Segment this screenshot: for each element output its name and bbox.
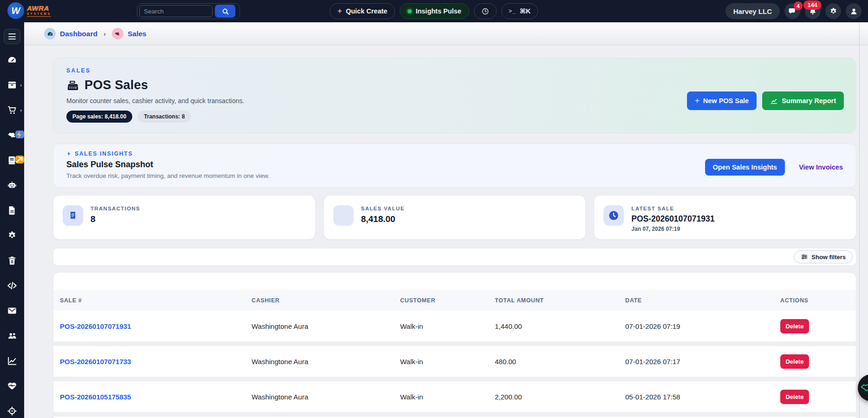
shortcut-label: ⌘K bbox=[519, 7, 531, 15]
sidebar-item-ledger[interactable] bbox=[6, 155, 18, 166]
logo-sub: SYSTEMS bbox=[27, 13, 51, 17]
sidebar-item-dashboard[interactable] bbox=[6, 54, 18, 65]
page-sales-badge: Page sales: 8,418.00 bbox=[66, 111, 132, 123]
view-invoices-link[interactable]: View Invoices bbox=[799, 163, 843, 171]
total-cell: 1,440.00 bbox=[495, 322, 625, 330]
command-palette-button[interactable]: >_ ⌘K bbox=[501, 3, 538, 19]
open-sales-insights-button[interactable]: Open Sales Insights bbox=[705, 159, 785, 176]
delete-button[interactable]: Delete bbox=[780, 319, 809, 333]
sidebar-item-settings[interactable] bbox=[6, 230, 18, 241]
search-input[interactable] bbox=[139, 5, 213, 17]
sale-number-link[interactable]: POS-20260105175835 bbox=[60, 393, 252, 401]
insights-eyebrow: SALES INSIGHTS bbox=[75, 150, 133, 157]
logo-brand: AWRA bbox=[27, 5, 51, 12]
filter-bar: Show filters bbox=[53, 248, 856, 266]
chevron-right-icon: › bbox=[20, 82, 22, 88]
chart-line-icon bbox=[770, 97, 778, 105]
insights-pulse-label: Insights Pulse bbox=[415, 7, 461, 15]
stat-sub: Jan 07, 2026 07:19 bbox=[631, 226, 714, 232]
stat-value: 8 bbox=[91, 214, 140, 224]
sidebar-item-sales[interactable] bbox=[6, 130, 18, 141]
col-customer: CUSTOMER bbox=[400, 297, 495, 304]
insights-pulse-button[interactable]: Insights Pulse bbox=[400, 3, 469, 19]
show-filters-button[interactable]: Show filters bbox=[794, 250, 853, 263]
topbar-actions: + Quick Create Insights Pulse >_ ⌘K bbox=[330, 3, 538, 19]
breadcrumb-dashboard-label: Dashboard bbox=[60, 30, 97, 38]
pos-sales-hero: SALES POS Sales Monitor counter sales, c… bbox=[53, 58, 856, 133]
breadcrumb-dashboard[interactable]: Dashboard bbox=[44, 28, 97, 39]
chat-button[interactable]: 4 bbox=[784, 3, 800, 19]
date-cell: 07-01-2026 07:19 bbox=[625, 322, 780, 330]
table-row: POS-20260105175835 Washingtone Aura Walk… bbox=[53, 381, 856, 412]
delete-button[interactable]: Delete bbox=[780, 354, 809, 369]
notifications-button[interactable]: 144 bbox=[805, 3, 821, 19]
col-sale-no: SALE # bbox=[60, 297, 252, 304]
sidebar-item-tracking[interactable] bbox=[6, 405, 18, 417]
logo-mark-icon: W bbox=[7, 2, 24, 19]
summary-report-button[interactable]: Summary Report bbox=[762, 91, 844, 110]
sale-number-link[interactable]: POS-20260107071931 bbox=[60, 322, 252, 330]
sidebar-item-products[interactable]: › bbox=[6, 79, 18, 91]
delete-button[interactable]: Delete bbox=[780, 390, 809, 404]
trend-badge-icon bbox=[15, 156, 24, 163]
cashier-cell: Washingtone Aura bbox=[252, 393, 400, 401]
users-icon bbox=[7, 331, 17, 341]
code-icon bbox=[7, 281, 17, 291]
sliders-icon bbox=[801, 253, 808, 261]
notifications-badge: 144 bbox=[803, 0, 822, 10]
quick-create-label: Quick Create bbox=[346, 7, 387, 15]
top-bar: W AWRA SYSTEMS + Quick Create Insights P… bbox=[0, 0, 868, 22]
chat-badge: 4 bbox=[794, 1, 803, 10]
sidebar-item-pos[interactable]: › bbox=[6, 104, 18, 116]
stat-value: POS-20260107071931 bbox=[631, 214, 714, 224]
settings-button[interactable] bbox=[825, 3, 841, 19]
stat-value: 8,418.00 bbox=[361, 214, 405, 224]
quick-create-button[interactable]: + Quick Create bbox=[330, 3, 395, 19]
heart-pulse-icon bbox=[7, 381, 17, 391]
col-total-amount: TOTAL AMOUNT bbox=[495, 297, 625, 304]
sales-insights-panel: SALES INSIGHTS Sales Pulse Snapshot Trac… bbox=[53, 144, 856, 188]
search-container bbox=[137, 3, 240, 19]
total-cell: 480.00 bbox=[495, 358, 625, 366]
clock-icon bbox=[603, 205, 624, 226]
table-row: POS-20260107071931 Washingtone Aura Walk… bbox=[53, 311, 856, 341]
sales-value-icon bbox=[333, 205, 354, 226]
stat-label: SALES VALUE bbox=[361, 206, 405, 211]
handshake-icon bbox=[112, 28, 123, 39]
sidebar-item-documents[interactable] bbox=[6, 205, 18, 216]
row-divider bbox=[53, 341, 856, 346]
new-pos-sale-button[interactable]: + New POS Sale bbox=[687, 91, 757, 110]
sidebar-item-assistant[interactable] bbox=[6, 180, 18, 191]
sidebar-item-health[interactable] bbox=[6, 380, 18, 392]
customer-cell: Walk-in bbox=[400, 393, 495, 401]
app-logo[interactable]: W AWRA SYSTEMS bbox=[7, 2, 51, 19]
user-avatar-icon bbox=[849, 7, 858, 16]
company-selector[interactable]: Harvey LLC bbox=[725, 3, 780, 19]
total-cell: 2,200.00 bbox=[495, 393, 625, 401]
col-actions: ACTIONS bbox=[780, 297, 856, 304]
pulse-dot-icon bbox=[408, 9, 412, 13]
sidebar-item-mail[interactable] bbox=[6, 305, 18, 316]
profile-button[interactable] bbox=[846, 3, 862, 19]
sale-number-link[interactable]: POS-20260107071733 bbox=[60, 358, 252, 366]
robot-icon bbox=[7, 180, 17, 190]
sidebar-item-users[interactable] bbox=[6, 330, 18, 341]
sidebar-item-reports[interactable] bbox=[6, 355, 18, 366]
receipt-icon bbox=[63, 205, 83, 226]
col-cashier: CASHIER bbox=[252, 297, 400, 304]
history-button[interactable] bbox=[474, 3, 497, 19]
search-button[interactable] bbox=[215, 5, 235, 18]
cashier-cell: Washingtone Aura bbox=[252, 322, 400, 330]
main-content: SALES POS Sales Monitor counter sales, c… bbox=[24, 46, 868, 418]
sidebar-toggle-button[interactable] bbox=[4, 29, 20, 44]
table-row: POS-20260107071733 Washingtone Aura Walk… bbox=[53, 346, 856, 377]
cashier-cell: Washingtone Aura bbox=[252, 358, 400, 366]
clock-icon bbox=[481, 7, 489, 15]
stat-card-sales-value: SALES VALUE 8,418.00 bbox=[324, 195, 586, 240]
scrollbar-track[interactable] bbox=[859, 22, 860, 418]
stat-card-latest-sale: LATEST SALE POS-20260107071931 Jan 07, 2… bbox=[594, 195, 856, 240]
sidebar-item-developer[interactable] bbox=[6, 280, 18, 291]
page-title: POS Sales bbox=[84, 78, 148, 92]
sidebar-item-trash[interactable] bbox=[6, 255, 18, 266]
breadcrumb-sales[interactable]: Sales bbox=[112, 28, 147, 39]
